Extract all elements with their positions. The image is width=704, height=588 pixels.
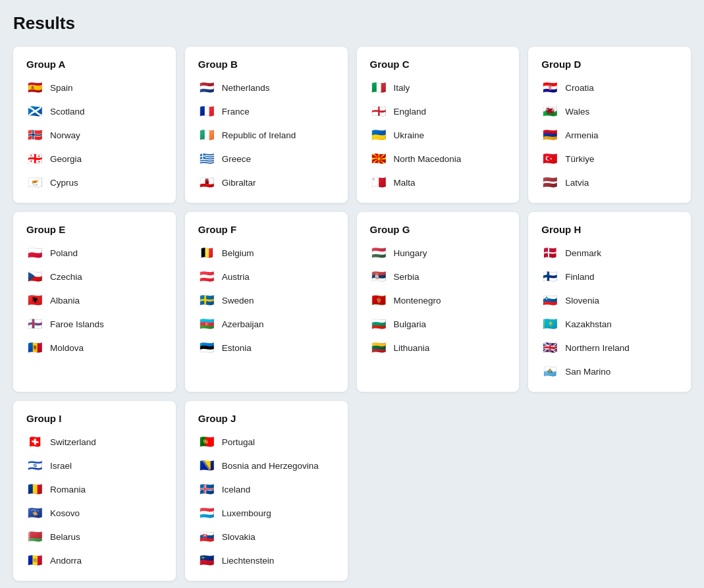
team-row: 🇦🇱Albania (26, 292, 163, 309)
group-j-card: Group J🇵🇹Portugal🇧🇦Bosnia and Herzegovin… (185, 401, 348, 581)
team-name: Belarus (50, 532, 80, 542)
team-row: 🇸🇪Sweden (198, 292, 335, 309)
team-row: 🇧🇬Bulgaria (370, 315, 506, 333)
team-row: 🇱🇹Lithuania (370, 339, 506, 356)
team-row: 🇦🇩Andorra (26, 552, 163, 569)
team-flag: 🇧🇾 (26, 528, 43, 545)
group-b-title: Group B (198, 59, 335, 70)
team-name: Andorra (50, 556, 82, 566)
team-flag: 🇫🇮 (541, 268, 558, 285)
team-row: 🇲🇰North Macedonia (370, 150, 506, 167)
team-row: 🇨🇿Czechia (26, 268, 163, 285)
team-row: 🇸🇰Slovakia (198, 528, 335, 545)
team-name: Iceland (222, 485, 251, 494)
team-flag: 🇧🇦 (198, 457, 215, 474)
team-row: 🇪🇪Estonia (198, 339, 335, 356)
team-row: 🇮🇸Iceland (198, 481, 335, 498)
team-row: 🇨🇾Cyprus (26, 174, 163, 191)
team-name: Serbia (394, 272, 420, 282)
team-row: 🇮🇪Republic of Ireland (198, 126, 335, 144)
team-row: 🇵🇱Poland (26, 244, 163, 261)
team-flag: 🇫🇴 (26, 315, 43, 333)
team-row: 🇦🇿Azerbaijan (198, 315, 335, 333)
team-name: Armenia (565, 130, 598, 140)
team-row: 🇩🇰Denmark (541, 244, 678, 261)
team-name: Greece (222, 154, 251, 164)
team-row: 🇲🇪Montenegro (370, 292, 506, 309)
team-flag: 🇦🇹 (198, 268, 215, 285)
team-flag: 🇦🇱 (26, 292, 43, 309)
team-name: Moldova (50, 343, 84, 353)
team-name: Netherlands (222, 83, 270, 93)
team-row: 🇷🇴Romania (26, 481, 163, 498)
team-row: 🇪🇸Spain (26, 79, 163, 96)
team-flag: 🇬🇪 (26, 150, 43, 167)
team-flag: 🇲🇰 (370, 150, 387, 167)
team-flag: 🇮🇸 (198, 481, 215, 498)
team-row: 🇸🇲San Marino (541, 363, 678, 380)
team-name: Spain (50, 83, 73, 93)
team-row: 🇧🇾Belarus (26, 528, 163, 545)
team-flag: 🇮🇪 (198, 126, 215, 144)
team-row: 🇵🇹Portugal (198, 433, 335, 450)
team-name: Slovakia (222, 532, 256, 542)
team-flag: 🇸🇰 (198, 528, 215, 545)
team-name: Finland (565, 272, 594, 282)
team-flag: 🏴󠁧󠁢󠁥󠁮󠁧󠁿 (370, 103, 387, 120)
team-name: Montenegro (394, 296, 441, 306)
team-row: 🇸🇮Slovenia (541, 292, 678, 309)
team-name: Belgium (222, 248, 254, 258)
team-name: Czechia (50, 272, 82, 282)
team-row: 🇧🇪Belgium (198, 244, 335, 261)
team-row: 🇳🇴Norway (26, 126, 163, 144)
team-name: Estonia (222, 343, 252, 353)
group-j-title: Group J (198, 413, 335, 424)
group-c-title: Group C (370, 59, 506, 70)
team-row: 🏴󠁧󠁢󠁷󠁬󠁳󠁿Wales (541, 103, 678, 120)
team-row: 🇬🇧Northern Ireland (541, 339, 678, 356)
team-name: Ukraine (394, 130, 425, 140)
team-name: Portugal (222, 437, 255, 447)
team-name: Scotland (50, 107, 85, 117)
team-name: Northern Ireland (565, 343, 630, 353)
team-flag: 🇺🇦 (370, 126, 387, 144)
group-c-card: Group C🇮🇹Italy🏴󠁧󠁢󠁥󠁮󠁧󠁿England🇺🇦Ukraine🇲🇰N… (357, 47, 520, 203)
team-row: 🇫🇴Faroe Islands (26, 315, 163, 333)
team-row: 🇷🇸Serbia (370, 268, 506, 285)
team-name: North Macedonia (394, 154, 462, 164)
team-row: 🇭🇷Croatia (541, 79, 678, 96)
team-row: 🇧🇦Bosnia and Herzegovina (198, 457, 335, 474)
group-f-title: Group F (198, 224, 335, 235)
groups-grid: Group A🇪🇸Spain🏴󠁧󠁢󠁳󠁣󠁴󠁿Scotland🇳🇴Norway🇬🇪G… (13, 47, 691, 581)
team-name: Albania (50, 296, 80, 306)
team-name: Switzerland (50, 437, 96, 447)
team-name: Bulgaria (394, 319, 427, 329)
team-row: 🇱🇻Latvia (541, 174, 678, 191)
team-flag: 🇬🇧 (541, 339, 558, 356)
team-flag: 🇸🇲 (541, 363, 558, 380)
team-row: 🇬🇪Georgia (26, 150, 163, 167)
team-flag: 🇭🇺 (370, 244, 387, 261)
team-flag: 🇱🇻 (541, 174, 558, 191)
team-flag: 🇮🇱 (26, 457, 43, 474)
team-name: Norway (50, 130, 80, 140)
team-flag: 🇹🇷 (541, 150, 558, 167)
team-flag: 🇱🇺 (198, 504, 215, 521)
team-flag: 🇨🇿 (26, 268, 43, 285)
group-f-card: Group F🇧🇪Belgium🇦🇹Austria🇸🇪Sweden🇦🇿Azerb… (185, 212, 348, 392)
team-name: Bosnia and Herzegovina (222, 461, 319, 471)
team-name: San Marino (565, 367, 610, 377)
team-flag: 🇸🇪 (198, 292, 215, 309)
team-flag: 🇳🇱 (198, 79, 215, 96)
team-name: Romania (50, 485, 86, 494)
team-row: 🇱🇺Luxembourg (198, 504, 335, 521)
team-name: Slovenia (565, 296, 599, 306)
team-flag: 🇦🇲 (541, 126, 558, 144)
team-flag: 🇽🇰 (26, 504, 43, 521)
group-g-title: Group G (370, 224, 506, 235)
team-flag: 🇪🇪 (198, 339, 215, 356)
team-flag: 🇬🇷 (198, 150, 215, 167)
team-name: Wales (565, 107, 589, 117)
team-name: Cyprus (50, 178, 78, 188)
group-h-title: Group H (541, 224, 678, 235)
